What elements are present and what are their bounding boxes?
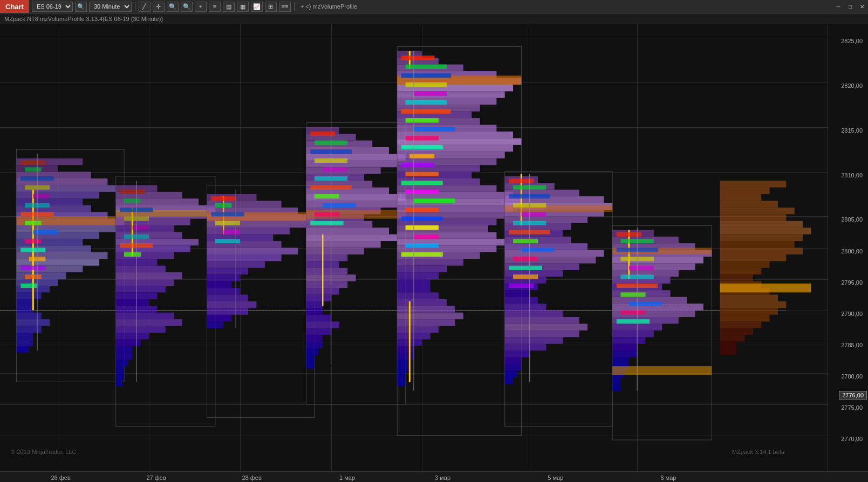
price-2820: 2820,00 [841, 82, 865, 89]
svg-rect-208 [397, 313, 463, 319]
svg-rect-218 [397, 380, 405, 386]
timeframe-select[interactable]: 30 Minute [89, 2, 132, 12]
svg-rect-214 [397, 353, 414, 359]
date-28feb: 28 фев [242, 474, 261, 481]
price-2825: 2825,00 [841, 38, 865, 44]
svg-rect-298 [612, 264, 695, 270]
svg-rect-291 [509, 284, 534, 288]
separator-1 [135, 2, 135, 11]
svg-rect-263 [505, 290, 530, 297]
price-2790: 2790,00 [841, 311, 865, 317]
maximize-btn[interactable]: □ [844, 0, 856, 13]
svg-rect-134 [306, 228, 389, 234]
svg-rect-149 [306, 328, 331, 335]
svg-rect-112 [211, 196, 236, 201]
svg-rect-311 [612, 350, 637, 357]
svg-rect-138 [306, 254, 348, 261]
svg-rect-332 [720, 188, 770, 194]
svg-rect-272 [505, 350, 530, 357]
svg-rect-339 [720, 235, 803, 241]
svg-rect-24 [17, 306, 33, 312]
price-2800: 2800,00 [841, 248, 865, 254]
svg-rect-85 [132, 225, 149, 230]
close-btn[interactable]: ✕ [856, 0, 868, 13]
svg-rect-330 [617, 319, 650, 323]
price-2785: 2785,00 [841, 342, 865, 348]
separator-2 [294, 2, 295, 11]
svg-rect-349 [720, 301, 787, 308]
svg-rect-334 [720, 201, 778, 207]
svg-rect-40 [25, 221, 42, 225]
svg-rect-217 [397, 373, 405, 380]
svg-rect-200 [397, 259, 463, 265]
svg-rect-41 [33, 230, 58, 234]
minimize-btn[interactable]: ─ [832, 0, 844, 13]
svg-rect-29 [17, 339, 33, 346]
chart-area[interactable]: © 2019 NinjaTrader, LLC MZpack 3.14.1 be… [0, 24, 828, 471]
svg-rect-229 [406, 118, 439, 122]
line-tool[interactable]: ╱ [139, 2, 151, 12]
symbol-select[interactable]: ES 06-19 [32, 2, 73, 12]
date-axis: 26 фев 27 фев 28 фев 1 мар 3 мар 5 мар 6… [0, 471, 868, 482]
svg-rect-308 [612, 330, 654, 337]
price-2815: 2815,00 [841, 127, 865, 134]
price-2805: 2805,00 [841, 216, 865, 223]
svg-rect-324 [629, 266, 654, 270]
svg-rect-151 [306, 342, 323, 348]
svg-rect-157 [310, 132, 335, 136]
svg-rect-142 [306, 281, 348, 288]
svg-rect-234 [401, 163, 434, 167]
svg-rect-66 [116, 299, 149, 306]
svg-rect-114 [211, 212, 244, 216]
svg-rect-275 [505, 370, 517, 377]
date-1mar: 1 мар [339, 474, 355, 481]
indicators-btn[interactable]: 📈 [251, 2, 263, 12]
chart-type-btn[interactable]: ▦ [237, 2, 249, 12]
svg-rect-227 [406, 100, 447, 105]
template-btn[interactable]: ⊞ [265, 2, 277, 12]
svg-rect-105 [207, 295, 249, 301]
more-btn[interactable]: ≡≡ [279, 2, 291, 12]
svg-rect-106 [207, 301, 257, 308]
svg-rect-74 [116, 353, 133, 359]
svg-rect-166 [315, 212, 339, 216]
svg-rect-147 [306, 315, 331, 321]
svg-rect-207 [397, 306, 455, 312]
svg-rect-237 [406, 190, 439, 194]
svg-rect-352 [720, 321, 762, 328]
price-2810: 2810,00 [841, 172, 865, 178]
search-button[interactable]: 🔍 [75, 2, 87, 12]
svg-rect-103 [207, 281, 232, 288]
bar-type-btn[interactable]: ▤ [223, 2, 235, 12]
svg-rect-101 [207, 268, 249, 274]
svg-rect-331 [720, 181, 787, 187]
crosshair-tool[interactable]: ✛ [153, 2, 165, 12]
svg-rect-290 [513, 274, 538, 279]
svg-rect-25 [17, 313, 42, 319]
svg-rect-145 [306, 301, 323, 308]
svg-rect-61 [116, 266, 166, 272]
toolbar: ES 06-19 🔍 30 Minute ╱ ✛ 🔍 🔍 + ≡ ▤ ▦ 📈 ⊞… [29, 2, 832, 12]
zoom-out-btn[interactable]: 🔍 [181, 2, 193, 12]
properties-btn[interactable]: ≡ [209, 2, 221, 12]
svg-rect-146 [306, 308, 323, 314]
svg-rect-216 [397, 366, 409, 373]
zoom-in-btn[interactable]: 🔍 [167, 2, 179, 12]
svg-rect-312 [612, 357, 629, 364]
svg-rect-240 [401, 216, 443, 221]
svg-rect-175 [397, 91, 504, 98]
svg-rect-73 [116, 346, 133, 353]
copyright-watermark: © 2019 NinjaTrader, LLC [11, 449, 76, 455]
svg-rect-33 [20, 161, 45, 165]
svg-rect-233 [409, 154, 434, 158]
svg-rect-270 [505, 337, 563, 343]
svg-rect-276 [505, 377, 513, 384]
add-btn[interactable]: + [195, 2, 207, 12]
svg-rect-289 [509, 266, 542, 270]
svg-rect-99 [207, 254, 282, 261]
svg-rect-235 [406, 172, 439, 176]
current-price-label: 2776,00 [839, 391, 867, 400]
svg-rect-150 [306, 335, 323, 341]
svg-rect-241 [406, 225, 439, 230]
svg-rect-45 [20, 266, 45, 270]
